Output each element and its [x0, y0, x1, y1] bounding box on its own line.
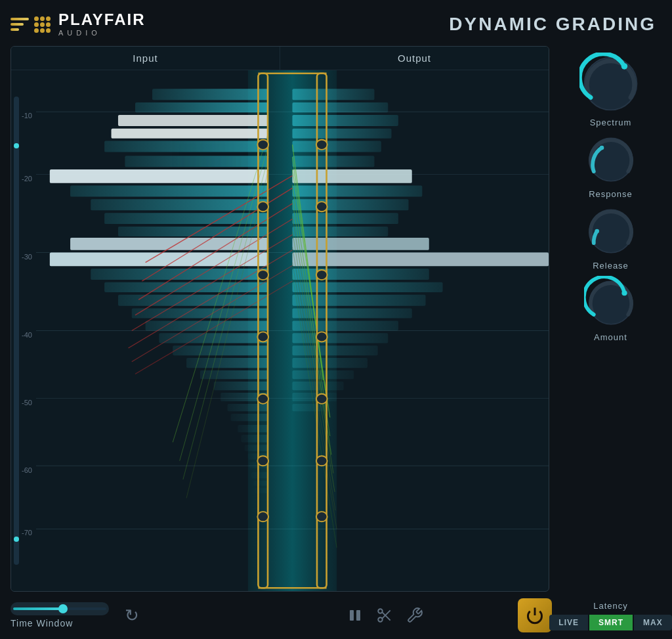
svg-rect-30	[214, 382, 268, 390]
svg-rect-40	[253, 481, 268, 486]
response-knob-section: Response	[584, 133, 638, 199]
bottom-left-section: Time Window ↻	[10, 602, 261, 628]
svg-rect-62	[293, 358, 368, 368]
svg-rect-46	[293, 141, 381, 152]
visualizer-panel: Input Output -10 -20 -30 -40 -50 -60 -70	[10, 46, 549, 592]
svg-point-101	[316, 202, 327, 211]
latency-live-button[interactable]: LIVE	[549, 615, 588, 630]
header: PLAYFAIR AUDIO DYNAMIC GRADING	[0, 0, 672, 46]
logo: PLAYFAIR AUDIO	[10, 12, 145, 37]
svg-rect-11	[112, 129, 269, 139]
bottom-bar: Time Window ↻	[0, 592, 672, 639]
svg-rect-16	[91, 199, 268, 210]
svg-point-103	[316, 332, 327, 342]
svg-rect-25	[146, 320, 268, 330]
svg-point-102	[316, 270, 327, 280]
svg-rect-52	[293, 227, 388, 236]
bottom-icons	[261, 607, 511, 624]
response-label: Response	[589, 189, 633, 199]
svg-rect-36	[245, 445, 268, 451]
svg-point-107	[585, 58, 637, 110]
svg-rect-27	[173, 345, 268, 355]
page-title: DYNAMIC GRADING	[449, 14, 656, 35]
svg-rect-23	[118, 295, 268, 306]
svg-point-111	[599, 146, 604, 150]
svg-rect-34	[238, 425, 268, 432]
svg-rect-43	[293, 102, 388, 112]
viz-header: Input Output	[11, 47, 549, 70]
svg-rect-18	[118, 227, 268, 236]
svg-rect-10	[118, 115, 268, 126]
svg-rect-28	[186, 358, 268, 368]
spectrum-knob[interactable]	[579, 53, 642, 115]
svg-line-122	[382, 610, 390, 618]
db-label-60: -60	[22, 466, 32, 474]
time-window-label: Time Window	[10, 618, 109, 628]
db-label-50: -50	[22, 399, 32, 407]
svg-point-104	[316, 394, 327, 404]
svg-rect-14	[50, 169, 268, 183]
power-button[interactable]	[518, 598, 552, 632]
svg-rect-12	[104, 141, 268, 152]
svg-rect-9	[135, 102, 268, 112]
amount-knob[interactable]	[584, 276, 638, 330]
svg-rect-44	[293, 115, 398, 126]
db-label-30: -30	[22, 253, 32, 261]
svg-point-94	[257, 202, 268, 211]
scissors-button[interactable]	[376, 607, 393, 624]
svg-rect-32	[228, 404, 268, 411]
output-label: Output	[280, 47, 549, 70]
svg-rect-50	[293, 199, 409, 210]
viz-body: -10 -20 -30 -40 -50 -60 -70	[11, 70, 549, 591]
svg-point-105	[316, 456, 327, 466]
spectrum-label: Spectrum	[590, 118, 632, 127]
svg-rect-45	[293, 129, 392, 139]
slider-thumb[interactable]	[58, 604, 68, 613]
main-content: Input Output -10 -20 -30 -40 -50 -60 -70	[0, 46, 672, 592]
svg-rect-8	[152, 89, 268, 100]
svg-rect-56	[293, 282, 443, 292]
svg-rect-15	[70, 186, 268, 197]
svg-point-100	[316, 140, 327, 150]
svg-point-116	[592, 313, 595, 317]
svg-point-99	[257, 512, 268, 521]
svg-point-97	[257, 394, 268, 404]
svg-rect-48	[293, 169, 412, 183]
time-window-slider[interactable]	[10, 602, 109, 615]
svg-rect-24	[132, 309, 268, 319]
reset-button[interactable]: ↻	[125, 606, 139, 626]
release-label: Release	[593, 261, 629, 271]
release-knob-section: Release	[584, 204, 638, 271]
db-scale: -10 -20 -30 -40 -50 -60 -70	[11, 70, 36, 591]
svg-rect-53	[293, 238, 429, 250]
svg-point-96	[257, 332, 268, 342]
spectrum-knob-section: Spectrum	[579, 53, 642, 127]
latency-max-button[interactable]: MAX	[634, 615, 672, 630]
brand-name: PLAYFAIR	[58, 12, 145, 28]
slider-fill	[13, 607, 66, 610]
svg-rect-51	[293, 213, 398, 224]
svg-rect-33	[231, 414, 268, 421]
svg-point-95	[257, 270, 268, 280]
pause-button[interactable]	[347, 607, 363, 623]
svg-rect-118	[356, 610, 360, 621]
db-label-40: -40	[22, 331, 32, 339]
wrench-button[interactable]	[406, 607, 423, 624]
latency-label: Latency	[593, 601, 628, 611]
amount-label: Amount	[594, 332, 627, 342]
latency-buttons: LIVE SMRT MAX	[549, 615, 671, 630]
response-knob[interactable]	[584, 133, 638, 187]
svg-rect-13	[125, 156, 268, 167]
amount-knob-section: Amount	[584, 276, 638, 342]
svg-point-109	[589, 96, 593, 100]
db-label-20: -20	[22, 175, 32, 183]
svg-rect-54	[293, 253, 549, 267]
svg-line-121	[382, 612, 390, 620]
brand-subtitle: AUDIO	[58, 29, 145, 37]
svg-rect-35	[241, 435, 268, 442]
release-knob[interactable]	[584, 204, 638, 258]
svg-rect-49	[293, 186, 423, 197]
latency-smrt-button[interactable]: SMRT	[589, 615, 633, 630]
svg-point-115	[621, 290, 627, 296]
viz-canvas	[36, 70, 549, 591]
